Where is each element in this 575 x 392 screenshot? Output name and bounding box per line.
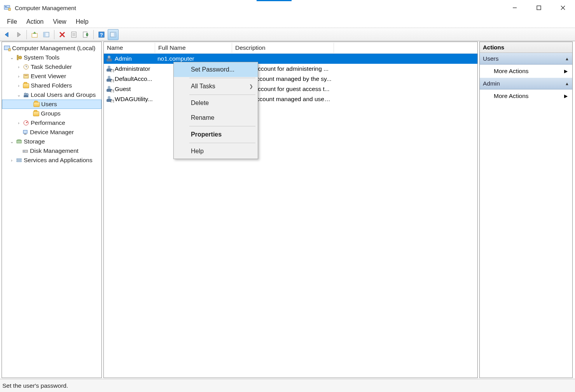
cm-all-tasks[interactable]: All Tasks❯ [174, 79, 258, 94]
cm-delete[interactable]: Delete [174, 96, 258, 110]
list-header: Name Full Name Description [104, 42, 477, 54]
tree-groups[interactable]: Groups [2, 109, 101, 118]
actions-more-admin-label: More Actions [494, 93, 529, 100]
tree-task-scheduler-label: Task Scheduler [31, 63, 72, 70]
tree-pane: Computer Management (Local) ⌄ System Too… [2, 42, 102, 378]
column-name[interactable]: Name [104, 43, 155, 53]
context-menu: Set Password... All Tasks❯ Delete Rename… [173, 62, 258, 159]
services-icon [15, 157, 23, 164]
user-name: Administrator [115, 65, 150, 72]
tree-system-tools[interactable]: ⌄ System Tools [2, 53, 101, 62]
up-button[interactable] [29, 29, 40, 40]
cm-set-password[interactable]: Set Password... [174, 62, 258, 77]
column-description[interactable]: Description [232, 43, 334, 53]
svg-rect-29 [17, 55, 18, 60]
statusbar: Set the user's password. [0, 379, 575, 392]
menu-file[interactable]: File [2, 17, 22, 27]
svg-rect-41 [23, 130, 27, 133]
cm-separator [189, 94, 255, 95]
menu-view[interactable]: View [48, 17, 71, 27]
column-full-name[interactable]: Full Name [155, 43, 232, 53]
menu-help[interactable]: Help [71, 17, 93, 27]
tree-shared-folders-label: Shared Folders [31, 82, 72, 89]
actions-more-admin[interactable]: More Actions ▶ [480, 89, 572, 103]
tree-services-label: Services and Applications [24, 157, 93, 164]
expander-icon[interactable]: › [9, 158, 14, 163]
tree-task-scheduler[interactable]: › Task Scheduler [2, 62, 101, 72]
export-button[interactable] [80, 29, 91, 40]
tree-root-label: Computer Management (Local) [12, 45, 96, 52]
cm-rename[interactable]: Rename [174, 110, 258, 125]
help-button[interactable]: ? [96, 29, 107, 40]
status-text: Set the user's password. [2, 382, 68, 389]
user-row[interactable]: ↓DefaultAcco...A user account managed by… [104, 74, 477, 84]
cm-help[interactable]: Help [174, 144, 258, 159]
maximize-button[interactable] [527, 0, 551, 16]
show-hide-tree-button[interactable] [41, 29, 52, 40]
tree-services[interactable]: › Services and Applications [2, 156, 101, 165]
cm-separator [189, 126, 255, 126]
svg-rect-20 [83, 32, 87, 37]
collapse-icon: ▲ [565, 56, 569, 61]
tree-shared-folders[interactable]: › Shared Folders [2, 81, 101, 90]
actions-more-users-label: More Actions [494, 68, 529, 75]
tree-performance[interactable]: › Performance [2, 118, 101, 128]
shared-folders-icon [22, 82, 30, 89]
expander-icon[interactable]: › [16, 120, 21, 126]
back-button[interactable] [2, 29, 12, 40]
show-actions-button[interactable] [108, 29, 119, 40]
tree-disk-management[interactable]: Disk Management [2, 146, 101, 156]
svg-rect-1 [5, 6, 7, 7]
cm-properties[interactable]: Properties [174, 127, 258, 142]
window-title: Computer Management [15, 5, 503, 11]
user-row[interactable]: ↓GuestBuilt-in account for guest access … [104, 84, 477, 94]
chevron-right-icon: ▶ [564, 68, 568, 74]
svg-rect-48 [17, 161, 21, 162]
user-row[interactable]: ↓Adminno1.computer [104, 54, 477, 64]
svg-rect-13 [44, 32, 45, 37]
user-row[interactable]: ↓AdministratorBuilt-in account for admin… [104, 64, 477, 74]
expander-icon[interactable]: › [16, 83, 21, 88]
actions-section-users[interactable]: Users ▲ [480, 53, 572, 65]
tree-event-viewer[interactable]: › Event Viewer [2, 72, 101, 81]
expander-icon[interactable]: ⌄ [9, 139, 14, 144]
expander-icon[interactable]: ⌄ [16, 92, 21, 98]
svg-rect-34 [24, 74, 28, 78]
svg-marker-11 [33, 32, 36, 33]
actions-section-admin[interactable]: Admin ▲ [480, 78, 572, 89]
tree-users-label: Users [41, 101, 57, 108]
user-icon: ↓ [106, 66, 113, 72]
forward-button[interactable] [13, 29, 24, 40]
expander-icon[interactable]: ⌄ [9, 55, 14, 60]
user-icon: ↓ [106, 76, 113, 82]
tree-users[interactable]: Users [2, 100, 101, 109]
delete-button[interactable] [57, 29, 68, 40]
folder-icon [33, 101, 40, 108]
svg-marker-9 [17, 32, 21, 37]
properties-button[interactable] [68, 29, 79, 40]
cm-separator [189, 143, 255, 143]
menu-action[interactable]: Action [22, 17, 48, 27]
tree-system-tools-label: System Tools [24, 54, 59, 61]
expander-icon[interactable]: › [16, 64, 21, 70]
tree-device-manager-label: Device Manager [30, 129, 74, 136]
clock-icon [22, 63, 30, 70]
actions-more-users[interactable]: More Actions ▶ [480, 65, 572, 78]
tree-root[interactable]: Computer Management (Local) [2, 44, 101, 53]
user-name: Guest [115, 86, 131, 93]
svg-rect-44 [17, 140, 21, 143]
tree-local-users[interactable]: ⌄ Local Users and Groups [2, 90, 101, 100]
close-button[interactable] [551, 0, 575, 16]
svg-rect-26 [114, 32, 116, 37]
svg-text:?: ? [100, 32, 103, 38]
user-row[interactable]: ↓WDAGUtility...A user account managed an… [104, 94, 477, 104]
users-groups-icon [22, 91, 30, 98]
tree-storage[interactable]: ⌄ Storage [2, 137, 101, 146]
cm-properties-label: Properties [191, 131, 222, 138]
expander-icon[interactable]: › [16, 74, 21, 79]
svg-rect-10 [32, 33, 37, 37]
minimize-button[interactable] [503, 0, 527, 16]
menubar: File Action View Help [0, 16, 575, 28]
actions-pane: Actions Users ▲ More Actions ▶ Admin ▲ M… [479, 42, 573, 378]
tree-device-manager[interactable]: Device Manager [2, 128, 101, 137]
